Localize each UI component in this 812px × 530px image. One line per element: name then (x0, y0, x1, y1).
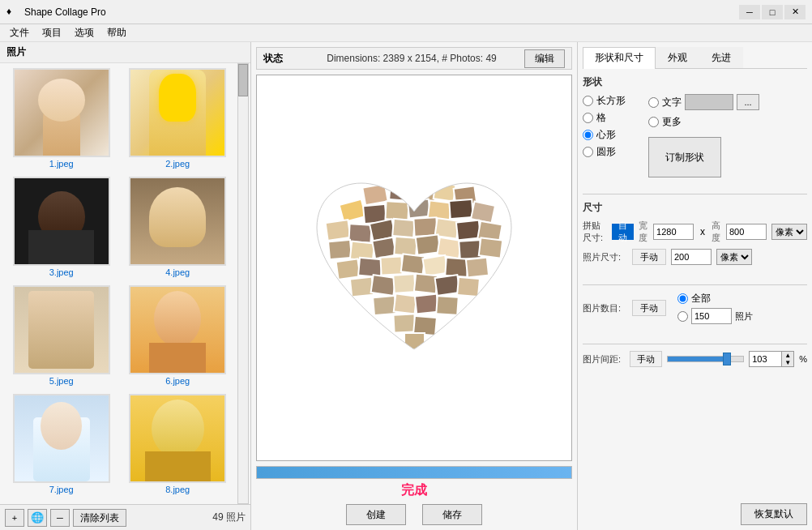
scrollbar-track[interactable] (237, 63, 249, 504)
photo-grid-container: 1.jpeg 2.jpeg 3.jpeg (0, 63, 250, 504)
photo-size-input[interactable] (671, 249, 712, 265)
svg-rect-28 (479, 237, 502, 258)
spinbox-arrows: ▲ ▼ (781, 351, 794, 367)
progress-bar-fill (257, 467, 571, 478)
collage-size-label: 拼贴尺寸: (583, 220, 607, 244)
tab-appearance[interactable]: 外观 (656, 47, 699, 68)
menu-file[interactable]: 文件 (3, 24, 36, 41)
spacing-row: 图片间距: 手动 ▲ ▼ % (583, 351, 807, 367)
menu-help[interactable]: 帮助 (100, 24, 133, 41)
svg-rect-23 (372, 237, 395, 258)
web-photo-button[interactable]: 🌐 (28, 509, 47, 527)
text-shape-input[interactable] (685, 94, 733, 110)
height-label: 高度 (712, 220, 721, 244)
photo-unit-select[interactable]: 像素 (716, 249, 752, 265)
photo-thumb-2[interactable] (129, 68, 226, 157)
svg-rect-39 (414, 273, 438, 293)
photo-thumb-7[interactable] (13, 394, 110, 483)
svg-rect-33 (422, 254, 447, 276)
close-button[interactable]: ✕ (784, 5, 806, 19)
count-number-input[interactable] (691, 308, 732, 324)
main-content: 照片 1.jpeg 2.jpeg (0, 42, 812, 530)
count-all[interactable]: 全部 (677, 292, 753, 306)
count-number[interactable] (677, 311, 688, 322)
photo-toolbar: + 🌐 ─ 清除列表 49 照片 (0, 504, 250, 530)
divider-2 (583, 284, 807, 285)
size-section-title: 尺寸 (583, 201, 807, 215)
svg-rect-19 (456, 220, 481, 240)
app-title: Shape Collage Pro (24, 6, 106, 18)
maximize-button[interactable]: □ (762, 5, 783, 19)
progress-bar (256, 466, 572, 479)
photo-thumb-8[interactable] (129, 394, 226, 483)
list-item[interactable]: 4.jpeg (122, 177, 235, 282)
svg-rect-38 (393, 274, 415, 293)
count-row: 图片数目: 手动 全部 照片 (583, 292, 807, 324)
list-item[interactable]: 7.jpeg (5, 394, 118, 499)
photo-grid: 1.jpeg 2.jpeg 3.jpeg (0, 63, 250, 504)
restore-button[interactable]: 恢复默认 (741, 503, 807, 525)
menu-options[interactable]: 选项 (68, 24, 100, 41)
photo-thumb-3[interactable] (13, 177, 110, 266)
shape-rectangle[interactable]: 长方形 (583, 94, 626, 108)
remove-photo-button[interactable]: ─ (50, 509, 70, 527)
photo-thumb-5[interactable] (13, 285, 110, 374)
menubar: 文件 项目 选项 帮助 (0, 24, 812, 42)
status-bar: 状态 Dimensions: 2389 x 2154, # Photos: 49… (256, 47, 572, 70)
tab-shape-size[interactable]: 形状和尺寸 (583, 47, 656, 69)
list-item[interactable]: 8.jpeg (122, 394, 235, 499)
collage-width-input[interactable] (653, 224, 694, 240)
titlebar-left: ♦ Shape Collage Pro (6, 6, 106, 19)
photo-thumb-1[interactable] (13, 68, 110, 157)
save-button[interactable]: 储存 (422, 504, 482, 525)
custom-shape-button[interactable]: 订制形状 (648, 137, 721, 177)
photo-thumb-4[interactable] (129, 177, 226, 266)
text-shape-row: 文字 ... (648, 94, 759, 110)
add-photo-button[interactable]: + (5, 509, 24, 527)
app-icon: ♦ (6, 6, 19, 19)
collage-unit-select[interactable]: 像素 (771, 224, 807, 240)
collage-svg (293, 155, 536, 382)
spinbox-down[interactable]: ▼ (782, 359, 793, 366)
spinbox-up[interactable]: ▲ (782, 352, 793, 359)
spacing-label: 图片间距: (583, 353, 625, 365)
shape-heart[interactable]: 心形 (583, 128, 626, 142)
collage-height-input[interactable] (726, 224, 767, 240)
list-item[interactable]: 6.jpeg (122, 285, 235, 391)
list-item[interactable]: 1.jpeg (5, 68, 118, 173)
spacing-mode: 手动 (630, 351, 662, 367)
list-item[interactable]: 3.jpeg (5, 177, 118, 282)
shape-radio-group-left: 长方形 格 心形 圆形 (583, 94, 626, 177)
tabs: 形状和尺寸 外观 先进 (583, 47, 807, 69)
edit-button[interactable]: 编辑 (524, 49, 565, 68)
minimize-button[interactable]: ─ (739, 5, 760, 19)
photo-size-row: 照片尺寸: 手动 像素 (583, 249, 807, 265)
collage-size-mode: 自动 (612, 224, 634, 240)
shape-options: 长方形 格 心形 圆形 (583, 94, 807, 177)
list-item[interactable]: 2.jpeg (122, 68, 235, 173)
count-number-row: 照片 (677, 308, 753, 324)
svg-rect-21 (328, 239, 352, 259)
spacing-slider-thumb[interactable] (723, 353, 731, 365)
create-button[interactable]: 创建 (346, 504, 406, 525)
shape-section: 形状 长方形 格 心形 (583, 75, 807, 177)
photo-label-8: 8.jpeg (165, 485, 190, 494)
list-item[interactable]: 5.jpeg (5, 285, 118, 391)
spacing-slider[interactable] (667, 356, 744, 362)
svg-rect-42 (373, 295, 396, 314)
photo-thumb-6[interactable] (129, 285, 226, 374)
spacing-value-input[interactable] (749, 351, 781, 367)
svg-rect-31 (380, 256, 402, 275)
photo-label-5: 5.jpeg (49, 376, 74, 386)
size-section: 尺寸 拼贴尺寸: 自动 宽度 x 高度 像素 照片尺寸: 手动 像 (583, 201, 807, 270)
shape-grid[interactable]: 格 (583, 111, 626, 125)
shape-circle[interactable]: 圆形 (583, 145, 626, 159)
status-label: 状态 (263, 52, 283, 66)
tab-advanced[interactable]: 先进 (699, 47, 743, 68)
dots-button[interactable]: ... (737, 94, 759, 110)
menu-project[interactable]: 项目 (36, 24, 68, 41)
clear-list-button[interactable]: 清除列表 (73, 509, 126, 527)
shape-text[interactable]: 文字 (648, 96, 682, 109)
shape-more[interactable]: 更多 (648, 115, 682, 129)
scrollbar-thumb[interactable] (238, 64, 248, 96)
